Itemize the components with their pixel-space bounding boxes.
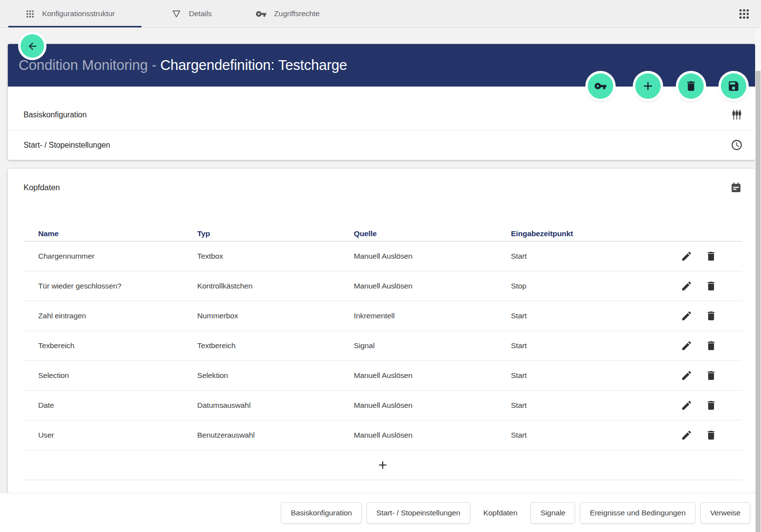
delete-row-button[interactable] <box>705 340 717 352</box>
sliders-icon <box>731 109 743 121</box>
clock-icon <box>731 139 743 151</box>
active-tab-indicator <box>8 26 141 27</box>
bottom-nav-start-stopeinstellungen[interactable]: Start- / Stopeinstellungen <box>367 502 470 524</box>
cell-eingabezeitpunkt: Start <box>511 252 658 261</box>
cell-typ: Nummerbox <box>197 311 354 320</box>
trash-icon <box>705 370 717 381</box>
bottom-nav-signale[interactable]: Signale <box>530 502 575 524</box>
bottom-nav-kopfdaten[interactable]: Kopfdaten <box>475 502 526 524</box>
table-row: Tür wieder geschlossen? Kontrollkästchen… <box>23 271 742 301</box>
column-header-name: Name <box>23 229 197 238</box>
delete-row-button[interactable] <box>705 399 717 411</box>
add-button[interactable] <box>635 73 661 99</box>
delete-row-button[interactable] <box>705 250 717 262</box>
cell-quelle: Manuell Auslösen <box>354 371 511 380</box>
cell-typ: Textbereich <box>197 341 354 350</box>
cell-typ: Datumsauswahl <box>197 401 354 410</box>
tab-konfigurationsstruktur[interactable]: Konfigurationsstruktur <box>25 0 115 27</box>
pencil-icon <box>681 399 692 411</box>
cell-quelle: Manuell Auslösen <box>354 282 511 290</box>
bottom-bar: BasiskonfigurationStart- / Stopeinstellu… <box>0 493 761 532</box>
kopfdaten-table: Name Typ Quelle Eingabezeitpunkt Chargen… <box>23 226 742 480</box>
key-icon <box>594 80 607 92</box>
pencil-icon <box>681 429 692 441</box>
permissions-button[interactable] <box>588 73 613 99</box>
trash-icon <box>705 429 717 441</box>
cell-typ: Textbox <box>197 252 354 261</box>
edit-row-button[interactable] <box>681 429 692 441</box>
bottom-nav-ereignisse-und-bedingungen[interactable]: Ereignisse und Bedingungen <box>580 502 695 524</box>
cell-quelle: Inkrementell <box>354 311 511 320</box>
calendar-icon <box>730 182 742 194</box>
key-icon <box>255 8 267 20</box>
cell-typ: Benutzerauswahl <box>197 431 354 440</box>
edit-row-button[interactable] <box>681 340 692 352</box>
delete-row-button[interactable] <box>705 429 717 441</box>
apps-grid-icon[interactable] <box>738 8 750 20</box>
trash-icon <box>705 250 717 262</box>
table-row: Chargennummer Textbox Manuell Auslösen S… <box>23 242 742 271</box>
table-row: Date Datumsauswahl Manuell Auslösen Star… <box>23 391 742 421</box>
trash-icon <box>705 310 717 322</box>
kopfdaten-title: Kopfdaten <box>23 183 60 192</box>
add-row-button[interactable] <box>23 450 742 480</box>
scrollbar-thumb[interactable] <box>756 71 761 532</box>
trash-icon <box>705 280 717 292</box>
funnel-icon <box>171 9 182 19</box>
tab-label: Konfigurationsstruktur <box>42 9 115 18</box>
cell-quelle: Signal <box>354 341 511 350</box>
cell-eingabezeitpunkt: Start <box>511 311 658 320</box>
save-button[interactable] <box>721 73 746 99</box>
edit-row-button[interactable] <box>681 250 692 262</box>
cell-name: Texbereich <box>23 341 197 350</box>
cell-quelle: Manuell Auslösen <box>354 401 511 410</box>
cell-eingabezeitpunkt: Start <box>511 341 658 350</box>
save-icon <box>727 80 740 92</box>
delete-row-button[interactable] <box>705 370 717 381</box>
cell-eingabezeitpunkt: Start <box>511 431 658 440</box>
table-row: Texbereich Textbereich Signal Start <box>23 331 742 361</box>
kopfdaten-table-body: Chargennummer Textbox Manuell Auslösen S… <box>23 242 742 450</box>
main-card: Condition Monitoring - Chargendefinition… <box>8 44 755 160</box>
edit-row-button[interactable] <box>681 370 692 381</box>
delete-button[interactable] <box>678 73 704 99</box>
tab-label: Zugriffsrechte <box>274 9 320 18</box>
edit-row-button[interactable] <box>681 310 692 322</box>
cell-name: Tür wieder geschlossen? <box>23 282 197 290</box>
cell-quelle: Manuell Auslösen <box>354 431 511 440</box>
column-header-typ: Typ <box>197 229 354 238</box>
page-title-prefix: Condition Monitoring - <box>19 57 160 73</box>
delete-row-button[interactable] <box>705 280 717 292</box>
tab-details[interactable]: Details <box>171 0 212 27</box>
cell-eingabezeitpunkt: Start <box>511 401 658 410</box>
bottom-nav-verweise[interactable]: Verweise <box>700 502 750 524</box>
page-title: Chargendefinition: Testcharge <box>160 57 347 73</box>
section-label: Basiskonfiguration <box>23 111 87 119</box>
section-start-stopeinstellungen[interactable]: Start- / Stopeinstellungen <box>8 130 755 160</box>
section-label: Start- / Stopeinstellungen <box>23 141 110 150</box>
back-button[interactable] <box>21 34 44 58</box>
cell-quelle: Manuell Auslösen <box>354 252 511 261</box>
pencil-icon <box>681 370 692 381</box>
plus-icon <box>376 459 389 471</box>
tab-zugriffsrechte[interactable]: Zugriffsrechte <box>255 0 320 27</box>
cell-eingabezeitpunkt: Stop <box>511 282 658 290</box>
tab-label: Details <box>189 9 212 18</box>
cell-name: Date <box>23 401 197 410</box>
table-row: User Benutzerauswahl Manuell Auslösen St… <box>23 421 742 450</box>
pencil-icon <box>681 310 692 322</box>
cell-name: User <box>23 431 197 440</box>
edit-row-button[interactable] <box>681 280 692 292</box>
top-tab-bar: Konfigurationsstruktur Details Zugriffsr… <box>0 0 761 28</box>
column-header-quelle: Quelle <box>354 229 511 238</box>
vertical-scrollbar <box>755 28 761 532</box>
section-basiskonfiguration[interactable]: Basiskonfiguration <box>8 100 755 130</box>
trash-icon <box>705 399 717 411</box>
column-header-eingabezeitpunkt: Eingabezeitpunkt <box>511 229 658 238</box>
bottom-nav-basiskonfiguration[interactable]: Basiskonfiguration <box>281 502 362 524</box>
trash-icon <box>705 340 717 352</box>
delete-row-button[interactable] <box>705 310 717 322</box>
cell-name: Zahl eintragen <box>23 311 197 320</box>
arrow-left-icon <box>27 41 38 52</box>
edit-row-button[interactable] <box>681 399 692 411</box>
